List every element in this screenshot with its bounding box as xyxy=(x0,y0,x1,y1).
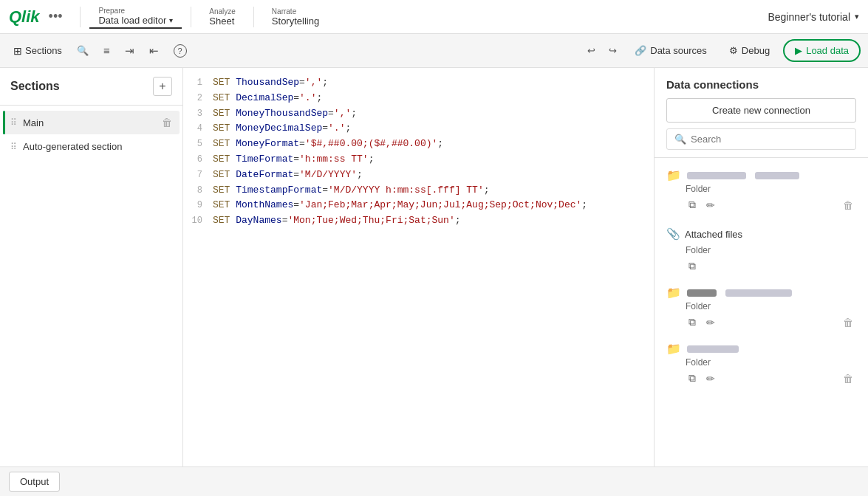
delete-connection-button[interactable]: 🗑 xyxy=(840,315,856,330)
code-line-4: 4 SET MoneyDecimalSep='.'; xyxy=(183,121,654,137)
app-name[interactable]: Beginner's tutorial ▾ xyxy=(768,11,859,23)
redo-button[interactable]: ↪ xyxy=(603,41,623,61)
conn-row: 📁 xyxy=(666,342,856,356)
more-options-button[interactable]: ••• xyxy=(49,9,63,24)
nav-divider xyxy=(80,7,81,27)
copy-connection-button[interactable]: ⧉ xyxy=(686,197,699,213)
nav-prepare[interactable]: Prepare Data load editor ▾ xyxy=(89,5,182,29)
connections-list: 📁 Folder ⧉ ✏ 🗑 📎 Attached files Folder xyxy=(655,158,868,466)
folder-icon: 📁 xyxy=(666,342,681,356)
debug-button[interactable]: ⚙ Debug xyxy=(720,41,779,61)
help-icon: ? xyxy=(174,44,187,58)
nav-narrate[interactable]: Narrate Storytelling xyxy=(263,6,328,28)
sidebar-title: Sections xyxy=(10,80,60,93)
help-button[interactable]: ? xyxy=(168,40,193,62)
bottom-bar: Output xyxy=(0,466,868,496)
delete-connection-button[interactable]: 🗑 xyxy=(840,371,856,386)
delete-connection-button[interactable]: 🗑 xyxy=(840,198,856,213)
drag-handle-icon: ⠿ xyxy=(10,117,17,128)
data-connections-title: Data connections xyxy=(666,78,856,91)
code-line-10: 10 SET DayNames='Mon;Tue;Wed;Thu;Fri;Sat… xyxy=(183,213,654,229)
indent-icon: ⇥ xyxy=(125,44,134,58)
outdent-button[interactable]: ⇤ xyxy=(143,40,165,62)
connection-item-1: 📁 Folder ⧉ ✏ 🗑 xyxy=(655,164,868,220)
copy-connection-button[interactable]: ⧉ xyxy=(686,258,699,274)
search-icon: 🔍 xyxy=(77,45,89,56)
nav-prepare-title: Data load editor ▾ xyxy=(98,15,173,26)
nav-divider3 xyxy=(253,7,254,27)
nav-analyze[interactable]: Analyze Sheet xyxy=(200,6,245,28)
sidebar-item-label: Main xyxy=(23,117,156,128)
code-line-7: 7 SET DateFormat='M/D/YYYY'; xyxy=(183,168,654,183)
sidebar-header: Sections + xyxy=(0,68,182,106)
editor-area[interactable]: 1 SET ThousandSep=','; 2 SET DecimalSep=… xyxy=(183,68,654,466)
conn-folder-label: Folder xyxy=(686,357,856,368)
sidebar-item-main[interactable]: ⠿ Main 🗑 xyxy=(3,111,180,134)
conn-actions: ⧉ ✏ 🗑 xyxy=(686,197,856,213)
sidebar-item-auto[interactable]: ⠿ Auto-generated section xyxy=(3,135,180,158)
attached-files-label: Attached files xyxy=(685,229,742,240)
delete-section-icon[interactable]: 🗑 xyxy=(162,117,172,128)
search-button[interactable]: 🔍 xyxy=(71,41,95,61)
conn-row: 📁 xyxy=(666,168,856,182)
debug-label: Debug xyxy=(742,45,770,56)
drag-handle-icon: ⠿ xyxy=(10,142,17,152)
conn-folder-label: Folder xyxy=(686,245,856,255)
right-panel: Data connections Create new connection 🔍… xyxy=(654,68,868,466)
edit-connection-button[interactable]: ✏ xyxy=(703,371,718,386)
app-chevron-icon: ▾ xyxy=(855,12,859,21)
redo-icon: ↪ xyxy=(609,45,617,56)
conn-actions: ⧉ ✏ 🗑 xyxy=(686,371,856,386)
conn-actions: ⧉ xyxy=(686,258,856,274)
conn-name-bar2 xyxy=(755,172,799,179)
output-button[interactable]: Output xyxy=(9,472,60,492)
folder-icon: 📁 xyxy=(666,286,681,300)
edit-connection-button[interactable]: ✏ xyxy=(703,198,718,213)
data-sources-icon: 🔗 xyxy=(635,45,646,56)
toolbar: ⊞ Sections 🔍 ≡ ⇥ ⇤ ? ↩ ↪ 🔗 Data sources … xyxy=(0,34,868,68)
sections-toggle-button[interactable]: ⊞ Sections xyxy=(7,42,68,60)
data-sources-label: Data sources xyxy=(650,45,707,56)
edit-connection-button[interactable]: ✏ xyxy=(703,315,718,330)
load-data-label: Load data xyxy=(806,45,849,56)
outdent-icon: ⇤ xyxy=(149,44,159,58)
code-line-5: 5 SET MoneyFormat='$#,##0.00;($#,##0.00)… xyxy=(183,137,654,152)
nav-narrate-title: Storytelling xyxy=(272,16,319,27)
conn-name-bar2 xyxy=(725,289,792,297)
conn-name-bar xyxy=(687,345,739,353)
nav-prepare-label: Prepare xyxy=(98,7,173,15)
main-area: Sections + ⠿ Main 🗑 ⠿ Auto-generated sec… xyxy=(0,68,868,466)
connections-search[interactable]: 🔍 xyxy=(666,128,856,150)
data-sources-button[interactable]: 🔗 Data sources xyxy=(626,41,716,61)
copy-connection-button[interactable]: ⧉ xyxy=(686,314,699,330)
search-icon: 🔍 xyxy=(674,134,686,145)
conn-row: 📁 xyxy=(666,286,856,300)
connection-item-attached: 📎 Attached files Folder ⧉ xyxy=(655,220,868,281)
conn-name-bar xyxy=(687,289,717,297)
undo-redo-group: ↩ ↪ xyxy=(581,41,623,61)
chevron-down-icon: ▾ xyxy=(169,16,173,24)
indent-button[interactable]: ⇥ xyxy=(119,40,140,62)
nav-divider2 xyxy=(191,7,191,27)
add-section-button[interactable]: + xyxy=(153,77,172,96)
undo-icon: ↩ xyxy=(587,45,595,56)
sidebar-items: ⠿ Main 🗑 ⠿ Auto-generated section xyxy=(0,106,182,466)
connection-item-3: 📁 Folder ⧉ ✏ 🗑 xyxy=(655,281,868,337)
code-line-9: 9 SET MonthNames='Jan;Feb;Mar;Apr;May;Ju… xyxy=(183,198,654,213)
conn-name-bar xyxy=(687,172,746,179)
nav-narrate-label: Narrate xyxy=(272,7,319,16)
paperclip-icon: 📎 xyxy=(666,227,680,241)
format-icon: ≡ xyxy=(103,44,110,57)
sections-grid-icon: ⊞ xyxy=(13,45,22,57)
top-nav: Qlik ••• Prepare Data load editor ▾ Anal… xyxy=(0,0,868,34)
search-input[interactable] xyxy=(691,134,848,145)
undo-button[interactable]: ↩ xyxy=(581,41,601,61)
copy-connection-button[interactable]: ⧉ xyxy=(686,371,699,386)
create-connection-button[interactable]: Create new connection xyxy=(666,98,856,123)
sections-label: Sections xyxy=(25,45,62,56)
load-data-button[interactable]: ▶ Load data xyxy=(783,39,861,62)
nav-analyze-label: Analyze xyxy=(209,7,236,16)
code-line-1: 1 SET ThousandSep=','; xyxy=(183,75,654,91)
format-button[interactable]: ≡ xyxy=(98,40,116,61)
code-line-2: 2 SET DecimalSep='.'; xyxy=(183,91,654,106)
